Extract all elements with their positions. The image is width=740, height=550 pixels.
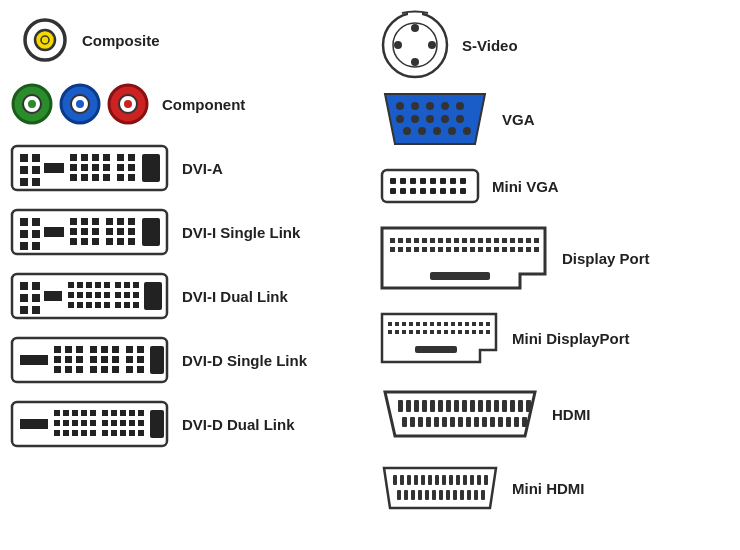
svg-rect-271 xyxy=(422,400,427,412)
svg-rect-309 xyxy=(449,475,453,485)
svideo-icon xyxy=(380,10,450,80)
svg-rect-122 xyxy=(137,356,144,363)
svg-rect-191 xyxy=(400,188,406,194)
svg-rect-231 xyxy=(502,247,507,252)
svg-rect-185 xyxy=(420,178,426,184)
svg-rect-258 xyxy=(430,330,434,334)
svg-rect-210 xyxy=(486,238,491,243)
svg-rect-212 xyxy=(502,238,507,243)
svg-rect-226 xyxy=(462,247,467,252)
svg-rect-217 xyxy=(390,247,395,252)
svg-rect-15 xyxy=(20,178,28,186)
svg-rect-246 xyxy=(451,322,455,326)
svg-rect-189 xyxy=(460,178,466,184)
svg-rect-263 xyxy=(465,330,469,334)
svg-rect-92 xyxy=(115,292,121,298)
svg-rect-100 xyxy=(20,355,48,365)
svg-rect-257 xyxy=(423,330,427,334)
svg-rect-213 xyxy=(510,238,515,243)
svg-rect-234 xyxy=(526,247,531,252)
svg-rect-297 xyxy=(498,417,503,427)
svg-rect-194 xyxy=(430,188,436,194)
svg-rect-155 xyxy=(120,430,126,436)
svg-rect-84 xyxy=(68,302,74,308)
svg-rect-244 xyxy=(437,322,441,326)
svg-point-168 xyxy=(426,102,434,110)
svg-rect-145 xyxy=(120,410,126,416)
svg-rect-120 xyxy=(137,346,144,353)
svg-rect-264 xyxy=(472,330,476,334)
svg-rect-154 xyxy=(111,430,117,436)
svg-rect-78 xyxy=(104,282,110,288)
displayport-row: Display Port xyxy=(380,218,650,298)
svg-rect-220 xyxy=(414,247,419,252)
svg-rect-62 xyxy=(106,238,113,245)
svg-point-171 xyxy=(396,115,404,123)
svg-rect-83 xyxy=(104,292,110,298)
svg-rect-211 xyxy=(494,238,499,243)
svg-rect-79 xyxy=(68,292,74,298)
svg-rect-123 xyxy=(126,366,133,373)
svg-rect-19 xyxy=(44,163,64,173)
svg-rect-221 xyxy=(422,247,427,252)
svg-rect-274 xyxy=(446,400,451,412)
svg-rect-284 xyxy=(526,400,531,412)
svg-rect-300 xyxy=(522,417,527,427)
svg-rect-35 xyxy=(128,164,135,171)
svg-rect-139 xyxy=(63,430,69,436)
dvi-d-single-icon xyxy=(10,334,170,386)
svg-rect-96 xyxy=(124,302,130,308)
svg-rect-262 xyxy=(458,330,462,334)
minidp-row: Mini DisplayPort xyxy=(380,302,630,374)
svg-rect-197 xyxy=(460,188,466,194)
component-label: Component xyxy=(162,96,245,113)
svg-rect-321 xyxy=(439,490,443,500)
svg-rect-81 xyxy=(86,292,92,298)
svg-rect-140 xyxy=(72,430,78,436)
svg-rect-127 xyxy=(20,419,48,429)
svg-rect-158 xyxy=(150,410,164,438)
svg-rect-294 xyxy=(474,417,479,427)
svg-rect-317 xyxy=(411,490,415,500)
svg-point-172 xyxy=(411,115,419,123)
svg-rect-275 xyxy=(454,400,459,412)
svg-rect-259 xyxy=(437,330,441,334)
svg-rect-142 xyxy=(90,430,96,436)
svg-rect-316 xyxy=(404,490,408,500)
svg-rect-214 xyxy=(518,238,523,243)
svg-rect-200 xyxy=(406,238,411,243)
svg-rect-135 xyxy=(72,420,78,426)
svg-rect-202 xyxy=(422,238,427,243)
svg-rect-312 xyxy=(470,475,474,485)
svg-point-169 xyxy=(441,102,449,110)
svg-rect-147 xyxy=(138,410,144,416)
dvi-i-dual-label: DVI-I Dual Link xyxy=(182,288,288,305)
svg-rect-136 xyxy=(81,420,87,426)
svg-rect-67 xyxy=(20,282,28,290)
svg-rect-299 xyxy=(514,417,519,427)
svg-rect-93 xyxy=(124,292,130,298)
dvi-a-icon xyxy=(10,142,170,194)
svg-rect-56 xyxy=(106,218,113,225)
svg-rect-113 xyxy=(90,356,97,363)
svg-rect-105 xyxy=(65,356,72,363)
svg-rect-268 xyxy=(398,400,403,412)
svg-rect-141 xyxy=(81,430,87,436)
svg-rect-296 xyxy=(490,417,495,427)
svg-rect-133 xyxy=(54,420,60,426)
minivga-icon xyxy=(380,166,480,206)
svg-rect-237 xyxy=(388,322,392,326)
svg-rect-251 xyxy=(486,322,490,326)
svg-rect-319 xyxy=(425,490,429,500)
vga-icon xyxy=(380,84,490,154)
svg-rect-17 xyxy=(32,166,40,174)
svg-rect-115 xyxy=(112,356,119,363)
svg-rect-260 xyxy=(444,330,448,334)
svg-rect-313 xyxy=(477,475,481,485)
svg-rect-304 xyxy=(414,475,418,485)
svg-rect-165 xyxy=(408,12,422,18)
svg-point-166 xyxy=(396,102,404,110)
vga-row: VGA xyxy=(380,84,535,154)
svg-point-176 xyxy=(403,127,411,135)
svg-rect-302 xyxy=(400,475,404,485)
